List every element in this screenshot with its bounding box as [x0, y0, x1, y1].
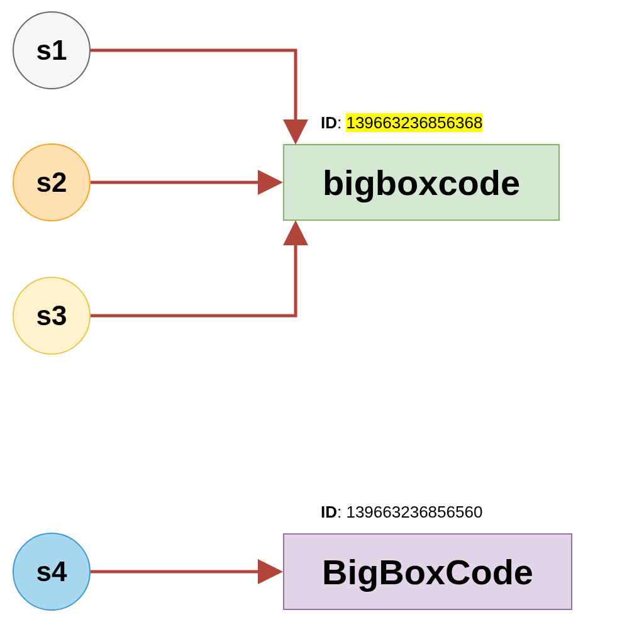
id-key-1: ID	[321, 113, 337, 132]
id-label-1: ID: 139663236856368	[321, 113, 482, 133]
diagram-stage: s1 s2 s3 s4 bigboxcode BigBoxCode ID: 13…	[0, 0, 644, 644]
node-s4: s4	[13, 533, 91, 611]
id-label-2: ID: 139663236856560	[321, 502, 482, 522]
node-s3-label: s3	[36, 300, 67, 331]
target-box-2: BigBoxCode	[283, 533, 572, 610]
arrow-s3-to-box1	[91, 226, 296, 316]
id-value-2: 139663236856560	[346, 502, 482, 521]
node-s2-label: s2	[36, 167, 67, 198]
node-s4-label: s4	[36, 556, 67, 587]
arrow-s1-to-box1	[91, 50, 296, 138]
target-box-2-label: BigBoxCode	[322, 552, 533, 592]
target-box-1-label: bigboxcode	[323, 162, 520, 203]
target-box-1: bigboxcode	[283, 144, 560, 221]
node-s3: s3	[13, 277, 91, 355]
node-s2: s2	[13, 143, 91, 221]
node-s1-label: s1	[36, 35, 67, 66]
id-key-2: ID	[321, 502, 337, 521]
node-s1: s1	[13, 11, 91, 89]
id-value-1: 139663236856368	[346, 113, 482, 132]
